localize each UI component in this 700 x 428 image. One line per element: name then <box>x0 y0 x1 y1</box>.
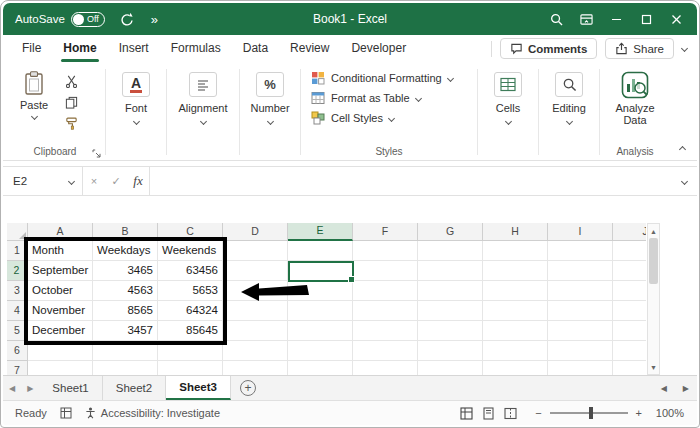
cell-h7[interactable] <box>483 361 548 375</box>
cell-styles-button[interactable]: Cell Styles <box>311 111 475 125</box>
tab-home[interactable]: Home <box>52 35 107 62</box>
cells-group-button[interactable]: Cells <box>480 64 536 160</box>
cell-b6[interactable] <box>93 341 158 361</box>
expand-formula-bar-button[interactable] <box>671 167 697 195</box>
cut-button[interactable] <box>63 74 79 88</box>
cell-e7[interactable] <box>288 361 353 375</box>
minimize-button[interactable] <box>601 6 631 32</box>
cell-j3[interactable] <box>613 281 646 301</box>
cancel-button[interactable]: × <box>83 167 105 195</box>
alignment-group-button[interactable]: Alignment <box>169 64 237 160</box>
page-layout-view-button[interactable] <box>482 407 495 420</box>
formula-input[interactable] <box>149 167 671 195</box>
cell-g1[interactable] <box>418 241 483 261</box>
cell-g3[interactable] <box>418 281 483 301</box>
chevron-down-icon[interactable] <box>681 45 688 52</box>
select-all-corner[interactable] <box>7 223 28 241</box>
zoom-in-button[interactable]: + <box>636 407 642 419</box>
cell-j4[interactable] <box>613 301 646 321</box>
search-button[interactable] <box>541 6 571 32</box>
name-box[interactable]: E2 <box>3 167 83 195</box>
more-commands-button[interactable]: » <box>141 6 167 32</box>
col-header-b[interactable]: B <box>93 223 158 241</box>
cell-a3[interactable]: October <box>28 281 93 301</box>
tab-file[interactable]: File <box>11 35 52 62</box>
ribbon-display-button[interactable] <box>571 6 601 32</box>
vertical-scroll-thumb[interactable] <box>649 238 658 284</box>
col-header-j[interactable]: J <box>613 223 646 241</box>
scroll-down-icon[interactable]: ▼ <box>648 360 659 374</box>
normal-view-button[interactable] <box>460 407 473 420</box>
cell-e6[interactable] <box>288 341 353 361</box>
conditional-formatting-button[interactable]: Conditional Formatting <box>311 71 475 85</box>
cell-c2[interactable]: 63456 <box>158 261 223 281</box>
cell-g2[interactable] <box>418 261 483 281</box>
row-header-7[interactable]: 7 <box>7 361 28 375</box>
share-button[interactable]: Share <box>605 38 674 59</box>
analyze-data-label[interactable]: Analyze Data <box>611 102 659 126</box>
cell-j7[interactable] <box>613 361 646 375</box>
cell-b2[interactable]: 3465 <box>93 261 158 281</box>
cell-c6[interactable] <box>158 341 223 361</box>
number-group-button[interactable]: % Number <box>242 64 298 160</box>
cell-d1[interactable] <box>223 241 288 261</box>
tab-insert[interactable]: Insert <box>108 35 160 62</box>
new-sheet-button[interactable]: + <box>240 380 256 396</box>
row-header-5[interactable]: 5 <box>7 321 28 341</box>
cell-a1[interactable]: Month <box>28 241 93 261</box>
row-header-1[interactable]: 1 <box>7 241 28 261</box>
macro-record-button[interactable] <box>60 407 72 419</box>
cell-i5[interactable] <box>548 321 613 341</box>
cell-j1[interactable] <box>613 241 646 261</box>
tab-developer[interactable]: Developer <box>340 35 417 62</box>
sheet-nav-left-icon[interactable]: ◀ <box>3 384 21 393</box>
zoom-out-button[interactable]: − <box>535 407 541 419</box>
copy-button[interactable] <box>63 95 79 109</box>
cell-b4[interactable]: 8565 <box>93 301 158 321</box>
cell-f3[interactable] <box>353 281 418 301</box>
cell-c3[interactable]: 5653 <box>158 281 223 301</box>
hscroll-right-icon[interactable]: ▶ <box>675 384 697 393</box>
cell-h6[interactable] <box>483 341 548 361</box>
chevron-down-icon[interactable] <box>67 177 74 184</box>
cell-g6[interactable] <box>418 341 483 361</box>
col-header-i[interactable]: I <box>548 223 613 241</box>
cell-b5[interactable]: 3457 <box>93 321 158 341</box>
dialog-launcher-icon[interactable] <box>92 149 101 158</box>
cell-a4[interactable]: November <box>28 301 93 321</box>
cell-g7[interactable] <box>418 361 483 375</box>
col-header-h[interactable]: H <box>483 223 548 241</box>
cell-c4[interactable]: 64324 <box>158 301 223 321</box>
cell-f7[interactable] <box>353 361 418 375</box>
collapse-ribbon-icon[interactable] <box>679 146 686 153</box>
autosave-toggle[interactable]: AutoSave Off <box>15 12 105 27</box>
cell-a2[interactable]: September <box>28 261 93 281</box>
cell-d6[interactable] <box>223 341 288 361</box>
cell-e5[interactable] <box>288 321 353 341</box>
col-header-e[interactable]: E <box>288 223 353 241</box>
cell-d4[interactable] <box>223 301 288 321</box>
cell-f6[interactable] <box>353 341 418 361</box>
font-group-button[interactable]: A Font <box>108 64 164 160</box>
cell-g5[interactable] <box>418 321 483 341</box>
analyze-data-icon[interactable] <box>621 71 649 99</box>
tab-data[interactable]: Data <box>232 35 279 62</box>
close-button[interactable] <box>661 6 691 32</box>
cell-e1[interactable] <box>288 241 353 261</box>
vertical-scrollbar[interactable]: ▲ ▼ <box>647 223 660 375</box>
enter-button[interactable]: ✓ <box>105 167 127 195</box>
cell-b1[interactable]: Weekdays <box>93 241 158 261</box>
col-header-a[interactable]: A <box>28 223 93 241</box>
col-header-g[interactable]: G <box>418 223 483 241</box>
cell-c5[interactable]: 85645 <box>158 321 223 341</box>
maximize-button[interactable] <box>631 6 661 32</box>
cell-c7[interactable] <box>158 361 223 375</box>
row-header-3[interactable]: 3 <box>7 281 28 301</box>
col-header-c[interactable]: C <box>158 223 223 241</box>
col-header-d[interactable]: D <box>223 223 288 241</box>
cell-h5[interactable] <box>483 321 548 341</box>
sheet-nav-right-icon[interactable]: ▶ <box>21 384 39 393</box>
cell-i2[interactable] <box>548 261 613 281</box>
editing-group-button[interactable]: Editing <box>541 64 597 160</box>
cell-j6[interactable] <box>613 341 646 361</box>
